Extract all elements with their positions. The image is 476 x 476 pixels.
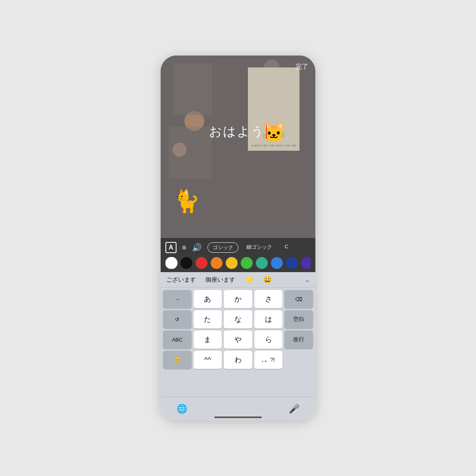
color-blue[interactable]: [271, 257, 283, 269]
color-black[interactable]: [180, 257, 192, 269]
font-tab-c[interactable]: C: [280, 242, 293, 253]
key-ya[interactable]: や: [224, 330, 252, 349]
voice-button[interactable]: 🔊: [192, 243, 202, 252]
key-ma[interactable]: ま: [194, 330, 222, 349]
key-empty: [284, 351, 313, 369]
font-style-button[interactable]: A: [165, 242, 177, 253]
key-ka[interactable]: か: [224, 290, 252, 308]
key-caret[interactable]: ^^: [194, 351, 222, 369]
key-punct[interactable]: ､。?!: [254, 351, 283, 369]
color-orange[interactable]: [211, 257, 223, 269]
poster-subtitle: ALWAYS BE THE ONLY FOR ME: [251, 144, 297, 147]
font-a-icon: A: [169, 244, 173, 251]
color-teal[interactable]: [256, 257, 268, 269]
text-cursor: [266, 125, 267, 139]
predictive-emoji-2[interactable]: 😀: [263, 275, 272, 284]
key-na[interactable]: な: [224, 310, 252, 328]
key-abc[interactable]: ABC: [163, 330, 192, 349]
key-row-4: 😊 ^^ わ ､。?!: [163, 351, 313, 369]
key-arrow[interactable]: →: [163, 290, 192, 308]
predictive-emoji-1[interactable]: 🌟: [245, 275, 253, 284]
color-red[interactable]: [196, 257, 207, 269]
color-palette: [165, 257, 311, 269]
color-yellow[interactable]: [226, 257, 238, 269]
predictive-bar: ございます 御座います 🌟 😀 ⌄: [161, 272, 315, 288]
key-ra[interactable]: ら: [254, 330, 283, 349]
mic-icon[interactable]: 🎤: [289, 404, 299, 414]
key-emoji[interactable]: 😊: [163, 351, 192, 369]
done-button[interactable]: 完了: [296, 63, 308, 71]
key-row-2: ↺ た な は 空白: [163, 310, 313, 328]
predictive-word-1[interactable]: ございます: [166, 276, 196, 284]
key-return[interactable]: 改行: [284, 330, 313, 349]
globe-icon[interactable]: 🌐: [177, 404, 187, 414]
key-undo[interactable]: ↺: [163, 310, 192, 328]
color-purple[interactable]: [301, 257, 311, 269]
color-navy[interactable]: [286, 257, 298, 269]
key-wa[interactable]: わ: [224, 351, 252, 369]
predictive-word-2[interactable]: 御座います: [205, 276, 235, 284]
font-tools-row: A ≡ 🔊 ゴシック 細ゴシック C: [165, 242, 311, 253]
key-row-1: → あ か さ ⌫: [163, 290, 313, 308]
align-button[interactable]: ≡: [182, 244, 186, 252]
voice-icon: 🔊: [192, 243, 202, 252]
key-space[interactable]: 空白: [284, 310, 313, 328]
toolbar-area: A ≡ 🔊 ゴシック 細ゴシック C: [161, 238, 315, 272]
phone-frame: 🐱 ALWAYS BE THE ONLY FOR ME 🐈 おはよう 完了 A …: [161, 56, 315, 420]
key-delete[interactable]: ⌫: [284, 290, 313, 308]
font-tab-gothic[interactable]: ゴシック: [207, 242, 238, 253]
key-sa[interactable]: さ: [254, 290, 283, 308]
key-ta[interactable]: た: [194, 310, 222, 328]
home-indicator: [214, 416, 262, 418]
font-tabs: ゴシック 細ゴシック C: [207, 242, 311, 253]
color-white[interactable]: [165, 257, 177, 269]
story-text-content: おはよう: [209, 123, 265, 140]
japanese-keyboard: → あ か さ ⌫ ↺ た な は 空白 ABC ま や ら 改行 😊 ^^ わ…: [161, 288, 315, 397]
small-cat-icon: 🐈: [173, 188, 200, 214]
color-green[interactable]: [241, 257, 253, 269]
story-text-overlay[interactable]: おはよう: [161, 123, 315, 140]
align-icon: ≡: [182, 244, 186, 252]
font-tab-thin-gothic[interactable]: 細ゴシック: [242, 242, 277, 253]
predictive-chevron-icon[interactable]: ⌄: [305, 276, 310, 284]
key-ha[interactable]: は: [254, 310, 283, 328]
left-frame-1: [173, 63, 212, 115]
story-editor: 🐱 ALWAYS BE THE ONLY FOR ME 🐈 おはよう 完了: [161, 56, 315, 238]
key-a[interactable]: あ: [194, 290, 222, 308]
key-row-3: ABC ま や ら 改行: [163, 330, 313, 349]
